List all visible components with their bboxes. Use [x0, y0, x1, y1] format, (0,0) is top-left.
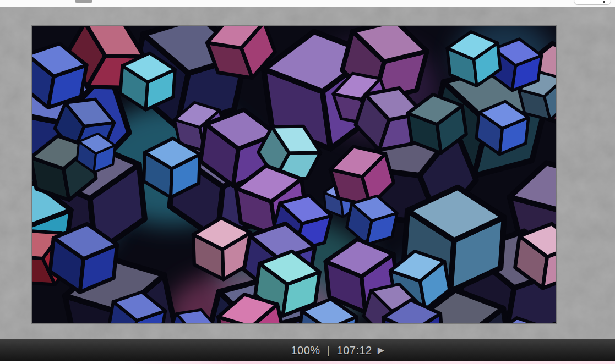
page-background [0, 7, 615, 339]
search-box-fragment[interactable] [574, 0, 611, 5]
bottom-strip [0, 361, 615, 364]
separator: | [326, 344, 331, 357]
play-icon[interactable]: ▶ [378, 346, 385, 355]
status-text: 100% | 107:12 ▶ [291, 344, 384, 357]
tab-fragment[interactable] [75, 0, 92, 3]
artwork-image[interactable] [32, 26, 556, 323]
zoom-level: 100% [291, 344, 320, 357]
search-caret-icon [603, 1, 605, 3]
status-bar: 100% | 107:12 ▶ [0, 339, 615, 361]
cubes-illustration [32, 26, 556, 323]
browser-toolbar-fragment [0, 0, 615, 7]
timer: 107:12 [337, 344, 372, 357]
